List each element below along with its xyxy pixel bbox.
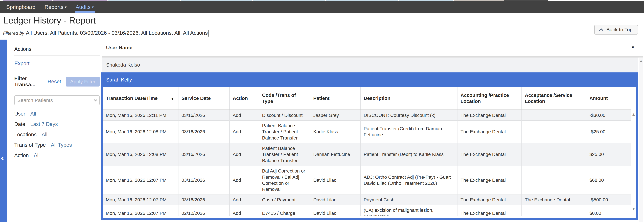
- chevron-down-icon[interactable]: [94, 98, 97, 101]
- table-cell: David Lilac: [310, 205, 360, 216]
- table-cell: David Lilac: [310, 166, 360, 195]
- nav-item-audits-label: Audits: [76, 4, 90, 10]
- filter-label: User: [14, 111, 25, 117]
- column-header-label: Accounting /Practice Location: [460, 93, 509, 104]
- combobox-separator: [92, 98, 92, 103]
- table-cell: [522, 110, 586, 121]
- user-group-row-expanded[interactable]: Sarah Kelly: [103, 72, 636, 87]
- expanded-user-panel: Sarah Kelly Transaction Date/Time▼Servic…: [101, 72, 638, 220]
- sidebar-collapse-rail[interactable]: [0, 39, 7, 222]
- column-header-label: Code /Trans of Type: [262, 93, 296, 104]
- ledger-table-container: Transaction Date/Time▼Service DateAction…: [103, 87, 636, 216]
- column-header-acceptance-service-location[interactable]: Acceptance /Service Location: [522, 87, 586, 110]
- table-cell: Discount / Discount: [259, 110, 310, 121]
- divider: [14, 55, 100, 55]
- active-tab-underline: [75, 11, 95, 13]
- user-group-row-collapsed[interactable]: Shakeda Kelso: [102, 57, 638, 72]
- column-header-transaction-date-time[interactable]: Transaction Date/Time▼: [103, 87, 178, 110]
- table-cell: Patient Transfer (Debit) to Karlie Klass: [360, 143, 457, 166]
- column-header-service-date[interactable]: Service Date: [178, 87, 230, 110]
- table-scroll-down-arrow[interactable]: ▼: [631, 207, 636, 211]
- search-patients-input[interactable]: [17, 97, 92, 103]
- back-to-top-button[interactable]: Back to Top: [594, 25, 638, 34]
- nav-brand-springboard[interactable]: Springboard: [6, 4, 36, 10]
- filter-summary-text[interactable]: All Users, All Patients, 03/09/2026 - 03…: [26, 30, 208, 36]
- table-cell: Patient Transfer (Credit) from Damian Fe…: [360, 121, 457, 143]
- table-cell: Add: [230, 110, 259, 121]
- user-name-list-header: User Name ▼: [102, 39, 643, 56]
- filter-value-link[interactable]: Last 7 Days: [30, 121, 58, 127]
- nav-item-reports-label: Reports: [44, 4, 63, 10]
- table-cell: (UA) excision of malignant lesion, compl…: [360, 205, 457, 216]
- table-cell: The Exchange Dental: [457, 195, 522, 205]
- table-row[interactable]: Mon, Mar 16, 2026 12:07 PM02/12/2026AddD…: [103, 205, 631, 216]
- table-cell: Patient Balance Transfer / Patient Balan…: [259, 143, 310, 166]
- table-cell: Mon, Mar 16, 2026 12:11 PM: [103, 110, 178, 121]
- table-cell: DISCOUNT: Courtesy Discount (x): [360, 110, 457, 121]
- filter-label: Action: [14, 152, 29, 159]
- filter-value-link[interactable]: All: [30, 111, 36, 117]
- table-row[interactable]: Mon, Mar 16, 2026 12:08 PM03/16/2026AddP…: [103, 143, 631, 166]
- table-cell: ADJ: Ortho Contract Adj (Pre-Pay) - Guar…: [360, 166, 457, 195]
- filter-row-user: UserAll: [14, 111, 102, 117]
- table-scroll-up-arrow[interactable]: ▲: [631, 112, 636, 117]
- table-row[interactable]: Mon, Mar 16, 2026 12:07 PM03/16/2026AddC…: [103, 195, 631, 205]
- column-header-label: Amount: [590, 96, 608, 101]
- column-header-patient[interactable]: Patient: [310, 87, 360, 110]
- page-scrollbar[interactable]: ▲: [639, 58, 643, 222]
- ledger-table: Transaction Date/Time▼Service DateAction…: [103, 87, 631, 216]
- nav-item-audits[interactable]: Audits▾: [76, 4, 94, 10]
- user-name-column-header: User Name: [106, 45, 132, 50]
- filter-row-trans-of-type: Trans of TypeAll Types: [14, 142, 102, 148]
- sort-caret-icon: ▼: [171, 97, 174, 101]
- table-cell: Mon, Mar 16, 2026 12:08 PM: [103, 121, 178, 143]
- column-header-label: Description: [364, 96, 390, 101]
- patient-search-combobox[interactable]: [14, 95, 100, 105]
- column-header-code-trans-of-type[interactable]: Code /Trans of Type: [259, 87, 310, 110]
- filter-header-row: Filter Transa... Reset Apply Filter: [14, 76, 100, 88]
- filter-value-link[interactable]: All: [34, 152, 40, 159]
- table-cell: [522, 121, 586, 143]
- column-header-accounting-practice-location[interactable]: Accounting /Practice Location: [457, 87, 522, 110]
- filter-label: Date: [14, 121, 25, 127]
- table-cell: $0.00: [586, 205, 631, 216]
- table-row[interactable]: Mon, Mar 16, 2026 12:07 PM03/16/2026AddB…: [103, 166, 631, 195]
- table-cell: Add: [230, 121, 259, 143]
- filter-label: Trans of Type: [14, 142, 46, 148]
- table-cell: 03/16/2026: [178, 110, 230, 121]
- column-header-amount[interactable]: Amount: [586, 87, 631, 110]
- table-cell: -$25.00: [586, 121, 631, 143]
- scrollbar-up-arrow[interactable]: ▲: [639, 58, 643, 63]
- table-cell: Karlie Klass: [310, 121, 360, 143]
- page-title: Ledger History - Report: [3, 15, 96, 25]
- table-cell: Jasper Grey: [310, 110, 360, 121]
- export-link[interactable]: Export: [14, 60, 30, 67]
- table-cell: Add: [230, 166, 259, 195]
- reset-filter-link[interactable]: Reset: [48, 79, 61, 85]
- filter-criteria-list: UserAllDateLast 7 DaysLocationsAllTrans …: [7, 111, 102, 159]
- table-cell: Mon, Mar 16, 2026 12:08 PM: [103, 143, 178, 166]
- table-cell: $25.00: [586, 143, 631, 166]
- table-row[interactable]: Mon, Mar 16, 2026 12:08 PM03/16/2026AddP…: [103, 121, 631, 143]
- apply-filter-button[interactable]: Apply Filter: [66, 77, 100, 86]
- nav-item-reports[interactable]: Reports▾: [44, 4, 66, 10]
- filter-value-link[interactable]: All: [42, 132, 47, 138]
- chevron-down-icon: ▾: [92, 5, 94, 9]
- divider: [102, 56, 643, 57]
- table-row[interactable]: Mon, Mar 16, 2026 12:11 PM03/16/2026AddD…: [103, 110, 631, 121]
- chevron-left-icon[interactable]: [1, 156, 5, 161]
- filter-summary-line: Filtered byAll Users, All Patients, 03/0…: [3, 30, 208, 36]
- user-name-dropdown-icon[interactable]: ▼: [631, 45, 635, 50]
- table-cell: Payment Cash: [360, 195, 457, 205]
- table-cell: [522, 205, 586, 216]
- column-header-action[interactable]: Action: [230, 87, 259, 110]
- table-cell: Patient Balance Transfer / Patient Balan…: [259, 121, 310, 143]
- table-cell: -$500.00: [586, 195, 631, 205]
- filter-value-link[interactable]: All Types: [51, 142, 72, 148]
- filter-label: Locations: [14, 132, 36, 138]
- table-cell: 03/16/2026: [178, 166, 230, 195]
- column-header-description[interactable]: Description: [360, 87, 457, 110]
- table-cell: David Lilac: [310, 195, 360, 205]
- table-cell: Add: [230, 205, 259, 216]
- filter-row-date: DateLast 7 Days: [14, 121, 102, 127]
